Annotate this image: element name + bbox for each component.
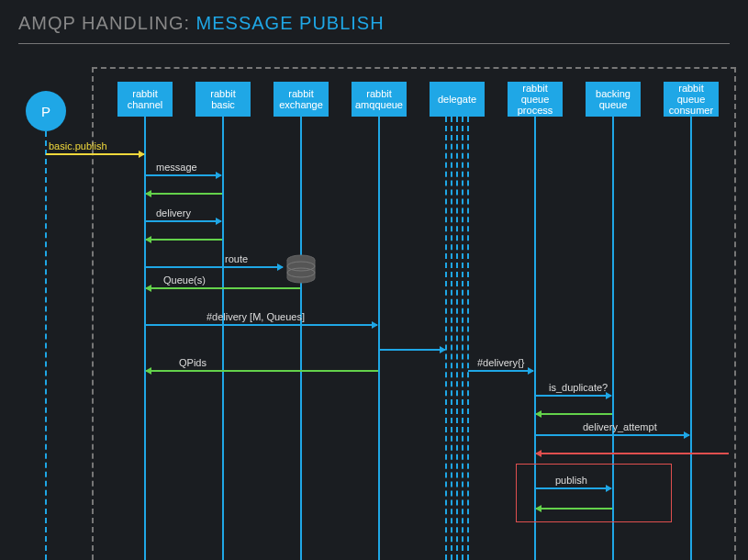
arrow-delivery-return (146, 239, 222, 241)
database-icon (285, 254, 317, 291)
arrow-amqqueue-delegate (379, 349, 445, 351)
lifeline-channel (144, 117, 146, 560)
arrow-route (145, 266, 283, 268)
arrow-publish (535, 487, 611, 489)
label-qpids: QPids (179, 357, 207, 368)
title-sub: MESSAGE PUBLISH (196, 13, 385, 33)
participant-delegate: delegate (430, 82, 485, 117)
participant-backing: backing queue (586, 82, 641, 117)
label-delivery: delivery (156, 207, 191, 218)
arrow-delivery (145, 220, 221, 222)
lifeline-consumer (690, 117, 692, 560)
lifeline-exchange (300, 117, 302, 560)
label-message: message (156, 162, 197, 173)
publish-alt-box (516, 464, 672, 522)
participant-exchange: rabbit exchange (274, 82, 329, 117)
arrow-delivery-attempt (535, 434, 689, 436)
arrow-delivery-braces (468, 370, 533, 372)
label-basic-publish: basic.publish (49, 140, 107, 151)
label-delivery-mq: #delivery [M, Queues] (207, 311, 305, 322)
arrow-qpids (146, 370, 378, 372)
arrow-publish-return (536, 508, 612, 510)
page-title: AMQP HANDLING: MESSAGE PUBLISH (0, 0, 748, 39)
arrow-is-duplicate (535, 395, 611, 397)
lifeline-p (45, 131, 47, 560)
label-route: route (225, 253, 248, 264)
participant-p: P (26, 91, 66, 131)
arrow-is-duplicate-return (536, 413, 612, 415)
participant-basic: rabbit basic (195, 82, 251, 117)
participant-qprocess: rabbit queue process (508, 82, 563, 117)
label-queues: Queue(s) (163, 274, 206, 286)
label-delivery-attempt: delivery_attempt (583, 421, 657, 432)
lifeline-basic (222, 117, 224, 560)
arrow-queues-return (146, 287, 300, 289)
arrow-message-return (146, 193, 222, 195)
arrow-message (145, 174, 221, 176)
label-publish: publish (555, 475, 587, 486)
title-main: AMQP HANDLING: (18, 13, 196, 33)
arrow-basic-publish (46, 153, 144, 155)
label-delivery-braces: #delivery{} (477, 357, 524, 368)
participant-p-label: P (41, 104, 50, 119)
label-is-duplicate: is_duplicate? (549, 382, 608, 393)
participant-channel: rabbit channel (117, 82, 173, 117)
arrow-delivery-attempt-return (536, 453, 729, 454)
participant-consumer: rabbit queue consumer (664, 82, 719, 117)
participant-amqqueue: rabbit amqqueue (352, 82, 407, 117)
lifeline-amqqueue (378, 117, 380, 560)
title-underline (18, 43, 730, 44)
arrow-delivery-mq (145, 324, 377, 326)
sequence-diagram: P rabbit channel rabbit basic rabbit exc… (0, 50, 748, 560)
